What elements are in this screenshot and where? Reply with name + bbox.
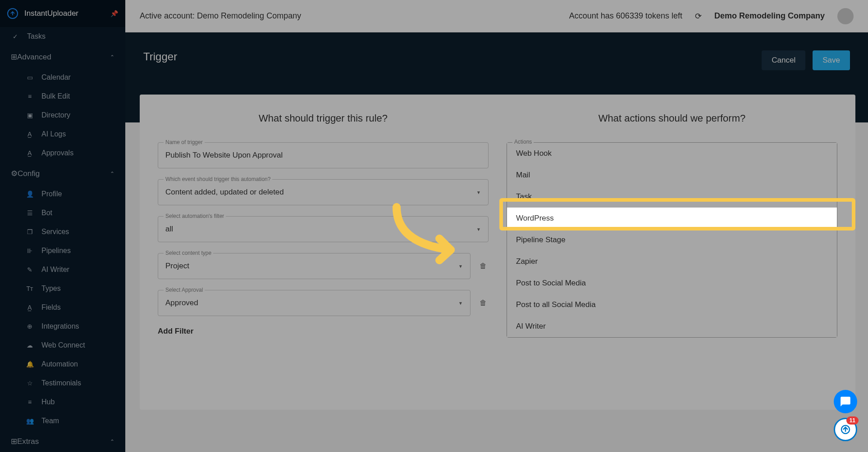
action-item-mail[interactable]: Mail [507, 164, 837, 186]
content-type-field: Select content type Project ▼ [158, 253, 471, 279]
sidebar-item-label: Approvals [41, 149, 73, 157]
fab-badge: 11 [846, 416, 859, 425]
logo-icon [7, 8, 18, 19]
sidebar-item-label: Integrations [41, 322, 79, 330]
chat-widget[interactable] [834, 390, 857, 413]
sidebar-group-label: Advanced [17, 53, 51, 62]
sidebar-item-approvals[interactable]: A̲Approvals [0, 144, 125, 163]
action-item-task[interactable]: Task [507, 186, 837, 208]
save-button[interactable]: Save [813, 50, 850, 70]
pencil-icon: ✎ [25, 266, 34, 273]
company-name[interactable]: Demo Remodeling Company [714, 11, 825, 21]
sidebar-item-profile[interactable]: 👤Profile [0, 185, 125, 203]
actions-section-title: What actions should we perform? [507, 113, 837, 124]
trash-icon[interactable]: 🗑 [478, 262, 489, 270]
pipeline-icon: ⊪ [25, 247, 34, 254]
sidebar-group-advanced[interactable]: ⊞Advanced ⌃ [0, 46, 125, 68]
sidebar-item-hub[interactable]: ≡Hub [0, 393, 125, 411]
integrations-icon: ⊕ [25, 323, 34, 330]
star-icon: ☆ [25, 380, 34, 387]
pin-icon[interactable]: 📌 [110, 10, 118, 17]
trigger-name-input[interactable] [158, 143, 488, 168]
bot-icon: ☰ [25, 209, 34, 217]
content-type-select[interactable]: Project [158, 253, 470, 279]
bell-icon: 🔔 [25, 361, 34, 368]
topbar: Active account: Demo Remodeling Company … [125, 0, 868, 32]
sidebar-item-label: Automation [41, 360, 78, 368]
filter-select[interactable]: all [158, 217, 488, 242]
field-label: Which event should trigger this automati… [164, 176, 272, 182]
field-label: Name of trigger [164, 139, 205, 145]
bulk-icon: ≡ [25, 93, 34, 100]
field-label: Select automation's filter [164, 213, 226, 219]
cancel-button[interactable]: Cancel [762, 50, 805, 70]
sidebar-item-label: Fields [41, 303, 61, 312]
action-item-post-all-social[interactable]: Post to all Social Media [507, 294, 837, 316]
trigger-name-field: Name of trigger [158, 142, 489, 168]
directory-icon: ▣ [25, 112, 34, 119]
check-icon: ✓ [11, 33, 20, 40]
sidebar-item-services[interactable]: ❐Services [0, 222, 125, 241]
field-label: Actions [512, 139, 534, 145]
sidebar-item-types[interactable]: TтTypes [0, 279, 125, 298]
action-item-wordpress[interactable]: WordPress [507, 208, 837, 229]
page-title: Trigger [143, 50, 177, 63]
sidebar-item-integrations[interactable]: ⊕Integrations [0, 317, 125, 336]
sidebar-item-automation[interactable]: 🔔Automation [0, 355, 125, 374]
actions-column: What actions should we perform? Actions … [507, 113, 837, 338]
sidebar-item-testimonials[interactable]: ☆Testimonials [0, 374, 125, 393]
action-item-pipeline-stage[interactable]: Pipeline Stage [507, 229, 837, 251]
sidebar-item-directory[interactable]: ▣Directory [0, 106, 125, 125]
sidebar-item-label: Profile [41, 190, 62, 198]
grid-icon: ⊞ [11, 52, 17, 62]
sidebar-item-ai-writer[interactable]: ✎AI Writer [0, 260, 125, 279]
action-item-zapier[interactable]: Zapier [507, 251, 837, 272]
main-card: What should trigger this rule? Name of t… [140, 95, 855, 410]
sidebar-item-web-connect[interactable]: ☁Web Connect [0, 336, 125, 355]
action-item-ai-writer[interactable]: AI Writer [507, 316, 837, 337]
sidebar-group-label: Extras [17, 437, 39, 446]
sidebar-item-label: Web Connect [41, 341, 85, 349]
user-icon: 👤 [25, 190, 34, 198]
sidebar-item-calendar[interactable]: ▭Calendar [0, 68, 125, 87]
cloud-icon: ☁ [25, 342, 34, 349]
approvals-icon: A̲ [25, 149, 34, 157]
sidebar-group-label: Config [18, 169, 40, 178]
chevron-up-icon: ⌃ [110, 54, 114, 60]
action-item-web-hook[interactable]: Web Hook [507, 143, 837, 164]
approval-field: Select Approval Approved ▼ [158, 290, 471, 316]
add-filter-button[interactable]: Add Filter [158, 327, 489, 336]
approval-select[interactable]: Approved [158, 290, 470, 316]
sidebar-item-label: Bulk Edit [41, 92, 70, 100]
sidebar-item-team[interactable]: 👥Team [0, 411, 125, 430]
avatar[interactable] [837, 8, 854, 24]
trigger-section-title: What should trigger this rule? [158, 113, 489, 124]
trash-icon[interactable]: 🗑 [478, 299, 489, 307]
grid-icon: ⊞ [11, 437, 17, 446]
sidebar-item-label: Pipelines [41, 247, 71, 255]
sidebar-item-label: Directory [41, 111, 70, 119]
hub-icon: ≡ [25, 398, 34, 406]
sidebar-item-label: AI Logs [41, 130, 66, 138]
sidebar-item-fields[interactable]: A̲Fields [0, 298, 125, 317]
action-item-post-social[interactable]: Post to Social Media [507, 272, 837, 294]
sidebar-group-extras[interactable]: ⊞Extras ⌃ [0, 430, 125, 452]
sidebar-item-tasks[interactable]: ✓ Tasks [0, 27, 125, 46]
event-select[interactable]: Content added, updated or deleted [158, 180, 488, 205]
sidebar-group-config[interactable]: ⚙Config ⌃ [0, 163, 125, 185]
calendar-icon: ▭ [25, 74, 34, 81]
fields-icon: A̲ [25, 304, 34, 311]
sidebar-item-label: Bot [41, 209, 52, 217]
sidebar-item-bulk-edit[interactable]: ≡Bulk Edit [0, 87, 125, 106]
actions-dropdown[interactable]: Actions Web Hook Mail Task WordPress Pip… [507, 142, 837, 338]
sidebar-item-ai-logs[interactable]: A̲AI Logs [0, 125, 125, 144]
sidebar-item-label: Team [41, 417, 59, 425]
sidebar-item-label: Hub [41, 398, 55, 406]
event-field: Which event should trigger this automati… [158, 179, 489, 205]
refresh-icon[interactable]: ⟳ [695, 11, 702, 21]
sidebar-item-bot[interactable]: ☰Bot [0, 203, 125, 222]
fab-button[interactable]: 11 [834, 418, 857, 441]
logs-icon: A̲ [25, 131, 34, 138]
sidebar: InstantUploader 📌 ✓ Tasks ⊞Advanced ⌃ ▭C… [0, 0, 125, 452]
sidebar-item-pipelines[interactable]: ⊪Pipelines [0, 241, 125, 260]
